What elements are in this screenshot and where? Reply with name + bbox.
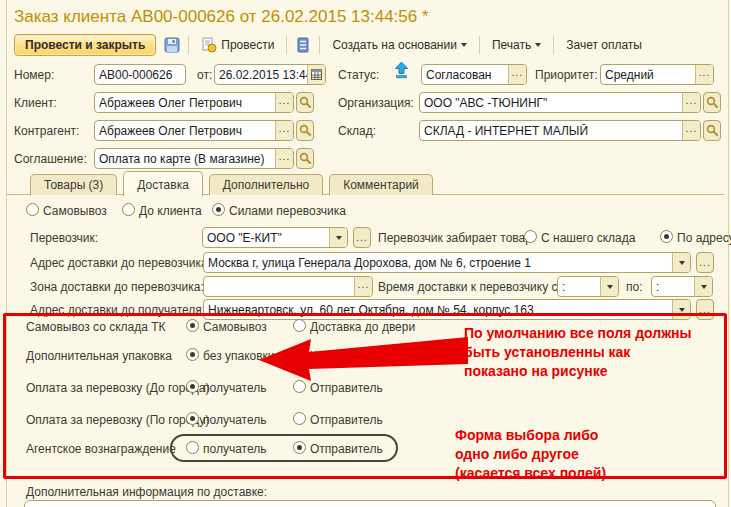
radio-pickup-by-address[interactable] bbox=[660, 230, 673, 243]
organization-lookup-button[interactable] bbox=[703, 92, 721, 113]
client-label: Клиент: bbox=[14, 96, 57, 110]
carrier-address-field[interactable]: Москва г, улица Генерала Дорохова, дом №… bbox=[203, 252, 691, 273]
register-records-icon bbox=[296, 37, 310, 53]
radio-method-to-client[interactable] bbox=[122, 203, 135, 216]
recipient-address-dropdown-button[interactable] bbox=[672, 300, 690, 319]
radio-to-city-sender-label: Отправитель bbox=[310, 381, 383, 395]
recipient-address-label: Адрес доставки до получателя: bbox=[30, 303, 205, 317]
radio-tk-pickup[interactable] bbox=[186, 319, 199, 332]
number-label: Номер: bbox=[14, 68, 54, 82]
floppy-icon bbox=[164, 37, 180, 53]
create-on-basis-button[interactable]: Создать на основании bbox=[325, 35, 474, 55]
warehouse-lookup-button[interactable] bbox=[703, 120, 721, 141]
organization-select-button[interactable]: ... bbox=[682, 93, 700, 112]
carrier-address-select-button[interactable]: ... bbox=[696, 252, 714, 273]
client-select-button[interactable]: ... bbox=[275, 93, 293, 112]
magnifier-icon bbox=[299, 152, 312, 165]
status-field[interactable]: Согласован ... bbox=[421, 64, 527, 85]
client-lookup-button[interactable] bbox=[296, 92, 314, 113]
toolbar-separator bbox=[479, 36, 480, 54]
warehouse-field[interactable]: СКЛАД - ИНТЕРНЕТ МАЛЫЙ ... bbox=[419, 120, 701, 141]
radio-to-city-sender[interactable] bbox=[293, 380, 306, 393]
zone-select-button[interactable]: ... bbox=[354, 277, 372, 296]
status-select-button[interactable]: ... bbox=[508, 65, 526, 84]
calendar-button[interactable] bbox=[307, 65, 325, 84]
carrier-dropdown-button[interactable] bbox=[329, 228, 347, 247]
time-from-dropdown-button[interactable] bbox=[600, 277, 618, 296]
save-button[interactable] bbox=[161, 35, 183, 55]
post-and-close-button[interactable]: Провести и закрыть bbox=[14, 34, 156, 56]
priority-field[interactable]: Средний ... bbox=[600, 64, 714, 85]
radio-pickup-from-warehouse[interactable] bbox=[524, 230, 537, 243]
status-up-arrow-icon bbox=[394, 61, 409, 79]
number-value: АВ00-000626 bbox=[95, 68, 185, 82]
radio-to-city-receiver[interactable] bbox=[186, 380, 199, 393]
post-button[interactable]: Провести bbox=[194, 34, 281, 56]
status-change-button[interactable] bbox=[394, 61, 409, 82]
radio-in-city-receiver[interactable] bbox=[186, 412, 199, 425]
chevron-down-icon bbox=[607, 285, 613, 289]
tab-strip: Товары (3) Доставка Дополнительно Коммен… bbox=[30, 170, 433, 195]
time-to-dropdown-button[interactable] bbox=[694, 277, 712, 296]
tab-comment[interactable]: Комментарий bbox=[329, 174, 433, 195]
date-field[interactable]: 26.02.2015 13:44:56 bbox=[214, 64, 326, 85]
status-value: Согласован bbox=[422, 68, 508, 82]
option-packaging-label: Дополнительная упаковка bbox=[26, 349, 172, 363]
form-left-border bbox=[6, 0, 7, 507]
agreement-value: Оплата по карте (В магазине) bbox=[95, 152, 275, 166]
register-records-button[interactable] bbox=[292, 35, 314, 55]
annotation-note-defaults-line1: По умолчанию все поля должны bbox=[464, 324, 692, 343]
radio-hard-packaging-label: Жесткая bbox=[310, 349, 358, 363]
carrier-value: ООО "Е-КИТ" bbox=[203, 231, 329, 245]
zone-field[interactable]: ... bbox=[203, 276, 373, 297]
time-from-value: : bbox=[558, 280, 600, 294]
additional-delivery-info-input[interactable] bbox=[24, 500, 716, 507]
warehouse-select-button[interactable]: ... bbox=[682, 121, 700, 140]
priority-select-button[interactable]: ... bbox=[695, 65, 713, 84]
agreement-lookup-button[interactable] bbox=[296, 148, 314, 169]
radio-tk-door-delivery[interactable] bbox=[293, 319, 306, 332]
organization-value: ООО "АВС -ТЮНИНГ" bbox=[420, 96, 682, 110]
recipient-address-select-button[interactable]: ... bbox=[696, 299, 714, 320]
radio-agent-fee-sender[interactable] bbox=[293, 441, 306, 454]
post-label: Провести bbox=[221, 38, 274, 52]
radio-method-to-client-label: До клиента bbox=[139, 204, 202, 218]
warehouse-value: СКЛАД - ИНТЕРНЕТ МАЛЫЙ bbox=[420, 124, 682, 138]
radio-method-pickup[interactable] bbox=[26, 203, 39, 216]
payment-offset-button[interactable]: Зачет оплаты bbox=[559, 35, 649, 55]
counterparty-field[interactable]: Абражеев Олег Петрович ... bbox=[94, 120, 294, 141]
agreement-field[interactable]: Оплата по карте (В магазине) ... bbox=[94, 148, 294, 169]
radio-hard-packaging[interactable] bbox=[293, 348, 306, 361]
additional-delivery-info-label: Дополнительная информация по доставке: bbox=[26, 485, 267, 499]
radio-no-packaging[interactable] bbox=[186, 348, 199, 361]
print-label: Печать bbox=[492, 38, 531, 52]
option-payment-to-city-label: Оплата за перевозку (До города) bbox=[26, 381, 209, 395]
agreement-select-button[interactable]: ... bbox=[275, 149, 293, 168]
time-to-field[interactable]: : bbox=[651, 276, 713, 297]
organization-field[interactable]: ООО "АВС -ТЮНИНГ" ... bbox=[419, 92, 701, 113]
radio-agent-fee-receiver[interactable] bbox=[186, 441, 199, 454]
radio-tk-pickup-label: Самовывоз bbox=[203, 320, 267, 334]
client-field[interactable]: Абражеев Олег Петрович ... bbox=[94, 92, 294, 113]
tab-comment-label: Комментарий bbox=[343, 178, 419, 192]
page-title: Заказ клиента АВ00-000626 от 26.02.2015 … bbox=[14, 7, 429, 27]
annotation-note-either-or-line2: одно либо другое bbox=[455, 445, 606, 464]
priority-value: Средний bbox=[601, 68, 695, 82]
print-button[interactable]: Печать bbox=[485, 35, 548, 55]
radio-in-city-sender[interactable] bbox=[293, 412, 306, 425]
radio-method-by-carrier[interactable] bbox=[212, 203, 225, 216]
carrier-address-dropdown-button[interactable] bbox=[672, 253, 690, 272]
carrier-field[interactable]: ООО "Е-КИТ" bbox=[202, 227, 348, 248]
client-value: Абражеев Олег Петрович bbox=[95, 96, 275, 110]
counterparty-select-button[interactable]: ... bbox=[275, 121, 293, 140]
recipient-address-field[interactable]: Нижневартовск, ул. 60 лет Октября, дом №… bbox=[203, 299, 691, 320]
option-payment-in-city-label: Оплата за перевозку (По городу) bbox=[26, 413, 209, 427]
counterparty-lookup-button[interactable] bbox=[296, 120, 314, 141]
toolbar-separator bbox=[286, 36, 287, 54]
time-from-field[interactable]: : bbox=[557, 276, 619, 297]
number-field[interactable]: АВ00-000626 bbox=[94, 64, 186, 85]
tab-additional[interactable]: Дополнительно bbox=[209, 174, 323, 195]
tab-goods[interactable]: Товары (3) bbox=[30, 174, 117, 195]
tab-delivery[interactable]: Доставка bbox=[123, 171, 203, 196]
carrier-select-button[interactable]: ... bbox=[353, 227, 371, 248]
